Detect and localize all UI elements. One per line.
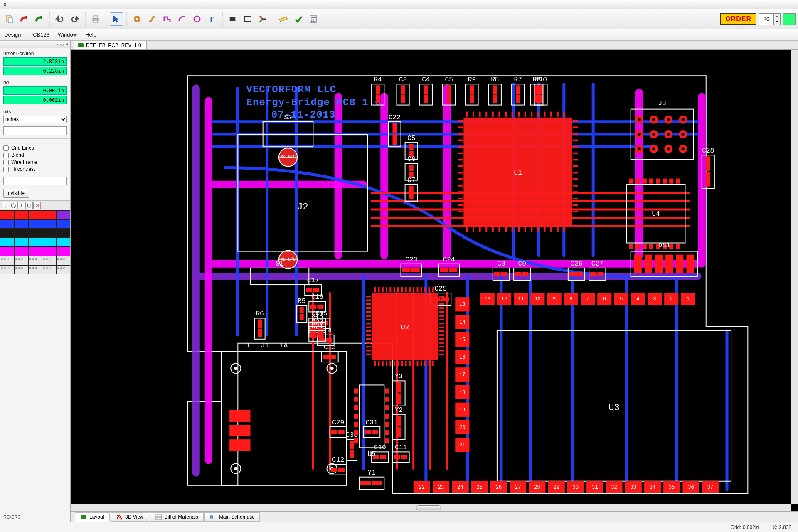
blend-checkbox[interactable]: Blend — [3, 152, 67, 158]
scrollbar-thumb[interactable] — [416, 505, 441, 510]
horizontal-scrollbar[interactable] — [71, 504, 791, 511]
hatch-swatch[interactable] — [0, 256, 14, 265]
component-U2[interactable]: U2 — [366, 287, 444, 366]
layer-swatch[interactable] — [28, 229, 42, 238]
component-Y2[interactable]: Y2 — [392, 406, 405, 439]
drc-check-icon[interactable] — [292, 12, 305, 26]
polyline-shape-icon[interactable] — [160, 12, 174, 26]
layer-swatch[interactable] — [28, 238, 42, 247]
menu-window[interactable]: Window — [58, 32, 77, 38]
layer-swatch[interactable] — [0, 247, 14, 256]
component-C31[interactable]: C31 — [363, 419, 380, 437]
invisible-button[interactable]: nvisible — [3, 189, 29, 198]
layer-swatch[interactable] — [14, 210, 28, 219]
view-tab-bill-of-materials[interactable]: Bill of Materials — [150, 512, 204, 522]
layerset-input[interactable] — [3, 177, 67, 185]
component-C30[interactable]: C30 — [346, 431, 358, 460]
panel-minimize-icon[interactable]: ▭ — [60, 42, 64, 47]
filter-input[interactable] — [3, 126, 67, 135]
layer-swatch[interactable] — [42, 210, 56, 219]
component-R9[interactable]: R9 — [466, 76, 478, 105]
layer-swatch[interactable] — [56, 219, 70, 229]
gridlines-checkbox[interactable]: Grid Lines — [3, 145, 67, 151]
layer-swatch[interactable] — [28, 247, 42, 256]
component-C12[interactable]: C12 — [330, 456, 347, 475]
layer-swatch[interactable] — [0, 219, 14, 229]
erc-label[interactable]: RC/ERC — [0, 512, 70, 522]
redo-icon[interactable] — [68, 12, 81, 26]
layer-pad-icon[interactable]: ▯ — [2, 202, 9, 209]
order-button[interactable]: ORDER — [720, 13, 756, 25]
layer-swatch[interactable] — [42, 219, 56, 229]
component-Y1[interactable]: Y1 — [359, 469, 384, 490]
quantity-input[interactable] — [759, 16, 773, 22]
component-J2[interactable]: J2 — [238, 134, 367, 251]
layer-swatch[interactable] — [14, 238, 28, 247]
layer-swatch[interactable] — [0, 229, 14, 238]
layer-swatch[interactable] — [56, 247, 70, 256]
view-tab-layout[interactable]: Layout — [75, 512, 110, 522]
pcb-canvas[interactable]: VECTORFORM LLC Energy-Bridge PCB 1.0 07-… — [71, 50, 798, 511]
circle-icon[interactable] — [190, 12, 204, 26]
paste-icon[interactable] — [2, 12, 16, 26]
layer-via-icon[interactable]: ◯ — [10, 202, 17, 209]
layer-swatch[interactable] — [14, 247, 28, 256]
layer-shape-icon[interactable]: ▢ — [25, 202, 33, 209]
component-J1[interactable]: J111A — [221, 342, 347, 485]
layer-swatch[interactable] — [0, 238, 14, 247]
select-arrow-icon[interactable] — [110, 12, 123, 26]
layer-swatch[interactable] — [42, 238, 56, 247]
autoroute-red-icon[interactable] — [17, 12, 31, 26]
wireframe-checkbox[interactable]: Wire Frame — [3, 159, 67, 165]
component-C22[interactable]: C22 — [388, 114, 401, 147]
view-tab-3d-view[interactable]: 3D View — [111, 512, 149, 522]
document-tab[interactable]: DTE_EB_PCB_REV_1.0 — [74, 41, 147, 49]
fiducial-M4[interactable]: M4 N/C — [279, 148, 297, 166]
layer-swatch[interactable] — [56, 238, 70, 247]
layer-swatch[interactable] — [14, 229, 28, 238]
ic-package-icon[interactable] — [226, 12, 239, 26]
menu-help[interactable]: Help — [85, 32, 96, 38]
print-icon[interactable] — [89, 12, 102, 26]
netlist-icon[interactable] — [256, 12, 269, 26]
route-icon[interactable] — [145, 12, 159, 26]
quantity-stepper[interactable]: ▲ ▼ — [759, 13, 781, 25]
undo-icon[interactable] — [53, 12, 66, 26]
layer-swatch[interactable] — [42, 229, 56, 238]
layer-swatch[interactable] — [28, 210, 42, 219]
autoroute-green-icon[interactable] — [32, 12, 46, 26]
component-R8[interactable]: R8 — [489, 76, 501, 105]
text-tool-icon[interactable]: T — [205, 12, 219, 26]
qty-down-icon[interactable]: ▼ — [773, 19, 780, 25]
via-donut-icon[interactable] — [131, 12, 144, 26]
component-C4[interactable]: C4 — [420, 76, 432, 105]
component-C3[interactable]: C3 — [397, 76, 409, 105]
panel-close-icon[interactable]: ✕ — [65, 42, 69, 47]
layer-swatch[interactable] — [42, 247, 56, 256]
menu-pcb123[interactable]: PCB123 — [29, 32, 49, 38]
component-Y3[interactable]: Y3 — [392, 373, 405, 406]
ruler-icon[interactable] — [277, 12, 290, 26]
bom-calc-icon[interactable] — [307, 12, 320, 26]
layer-swatch[interactable] — [0, 210, 14, 219]
layer-swatch[interactable] — [14, 219, 28, 229]
arc-icon[interactable] — [175, 12, 189, 26]
rect-outline-icon[interactable] — [241, 12, 254, 26]
view-tab-main-schematic[interactable]: Main Schematic — [204, 512, 260, 522]
qty-up-icon[interactable]: ▲ — [773, 14, 780, 19]
component-R6[interactable]: R6 — [255, 310, 265, 339]
layer-swatch[interactable] — [56, 229, 70, 238]
units-select[interactable]: nches — [3, 116, 67, 123]
component-U1[interactable]: U1 — [458, 112, 578, 232]
layer-swatch[interactable] — [28, 219, 42, 229]
layer-delete-icon[interactable]: ⊗ — [33, 202, 41, 209]
component-C16[interactable]: C16 — [309, 293, 325, 312]
panel-options-icon[interactable]: ▾ — [56, 42, 58, 47]
component-C11[interactable]: C11 — [392, 444, 409, 462]
vertical-scrollbar[interactable] — [791, 50, 798, 504]
component-R5[interactable]: R5 — [296, 298, 307, 322]
layer-text-icon[interactable]: T — [17, 202, 25, 209]
hicontrast-checkbox[interactable]: Hi contrast — [3, 166, 67, 172]
menu-design[interactable]: Design — [4, 32, 21, 38]
layer-swatch[interactable] — [56, 210, 70, 219]
